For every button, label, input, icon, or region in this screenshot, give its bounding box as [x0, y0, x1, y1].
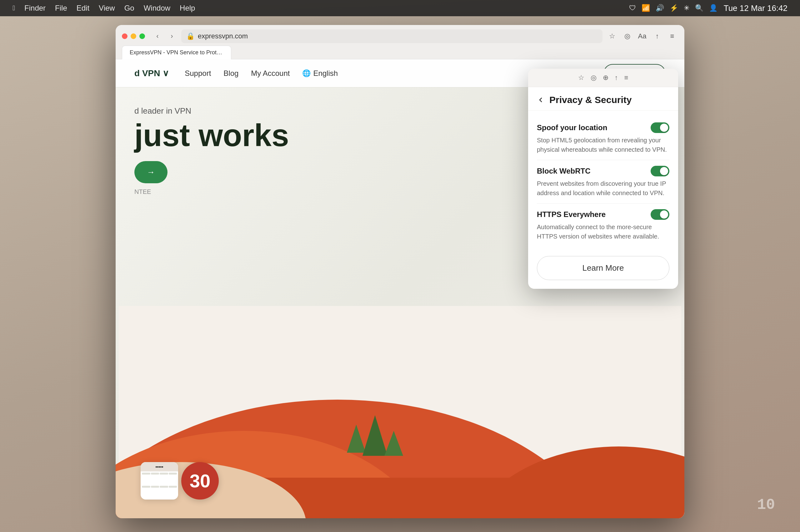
menubar-datetime: Tue 12 Mar 16:42: [724, 3, 787, 13]
block-webrtc-label: Block WebRTC: [537, 167, 590, 175]
page-content: d VPN ∨ Support Blog My Account 🌐 Englis…: [116, 59, 684, 518]
panel-star-icon[interactable]: ☆: [578, 74, 584, 82]
search-icon[interactable]: 🔍: [695, 4, 704, 12]
nav-language-label: English: [313, 69, 338, 78]
vpn-shield-icon: 🛡: [629, 4, 636, 12]
minimize-window-button[interactable]: [131, 33, 136, 39]
menubar-help[interactable]: Help: [180, 4, 195, 13]
pocket-button[interactable]: ◎: [621, 30, 633, 42]
block-webrtc-row: Block WebRTC: [537, 166, 669, 176]
browser-forward-button[interactable]: ›: [166, 31, 178, 42]
spoof-location-row: Spoof your location: [537, 122, 669, 133]
tabs-row: ExpressVPN - VPN Service to Protect...: [116, 43, 684, 59]
panel-header: Privacy & Security: [528, 87, 678, 111]
wifi-icon: 📶: [641, 4, 650, 12]
vpn-try-button[interactable]: →: [134, 161, 167, 183]
spoof-location-toggle[interactable]: [651, 122, 669, 133]
browser-nav-icons: ‹ ›: [152, 31, 178, 42]
share-button[interactable]: ↑: [651, 30, 663, 42]
menubar-window[interactable]: Window: [144, 4, 170, 13]
cal-cell: [151, 486, 159, 488]
vpn-hero-title: just works: [134, 119, 289, 152]
https-everywhere-toggle[interactable]: [651, 209, 669, 220]
vpn-guarantee-text: NTEE: [134, 188, 289, 195]
calendar-day-badge: 30: [181, 462, 219, 499]
panel-share-icon[interactable]: ↑: [615, 74, 618, 82]
apple-menu-icon[interactable]: : [13, 4, 15, 12]
arrow-right-icon: →: [147, 167, 155, 177]
bookmark-button[interactable]: ☆: [606, 30, 618, 42]
cal-cell: [142, 486, 150, 488]
panel-pocket-icon[interactable]: ◎: [590, 74, 597, 82]
browser-back-button[interactable]: ‹: [152, 31, 163, 42]
back-arrow-icon: [537, 96, 544, 104]
calendar-day-number: 30: [190, 470, 211, 492]
panel-settings: Spoof your location Stop HTML5 geolocati…: [528, 111, 678, 253]
address-bar[interactable]: 🔒 expressvpn.com: [181, 29, 602, 43]
watermark-text: 10: [757, 496, 775, 513]
globe-icon: 🌐: [302, 69, 311, 77]
watermark: 10: [757, 496, 775, 513]
https-everywhere-row: HTTPS Everywhere: [537, 209, 669, 220]
menubar-edit[interactable]: Edit: [76, 4, 89, 13]
user-icon[interactable]: 👤: [709, 4, 717, 12]
nav-my-account[interactable]: My Account: [251, 69, 290, 78]
browser-window: ‹ › 🔒 expressvpn.com ☆ ◎ Aa ↑ ≡ ExpressV…: [116, 25, 684, 518]
browser-tab[interactable]: ExpressVPN - VPN Service to Protect...: [122, 45, 231, 59]
vpn-nav-items: Support Blog My Account 🌐 English: [185, 69, 338, 78]
calendar-header: ▪▪▪▪▪: [141, 462, 178, 471]
menubar-status-icons: 🛡 📶 🔊 ⚡ ✳ 🔍 👤: [629, 4, 717, 12]
reader-button[interactable]: Aa: [636, 30, 648, 42]
nav-support[interactable]: Support: [185, 69, 211, 78]
panel-dropdown-indicator: ⌄: [667, 69, 674, 70]
block-webrtc-setting: Block WebRTC Prevent websites from disco…: [537, 160, 669, 204]
panel-browser-bar: ☆ ◎ ⊕ ↑ ≡: [528, 69, 678, 87]
cal-cell: [169, 473, 177, 475]
close-window-button[interactable]: [122, 33, 127, 39]
privacy-security-panel: ⌄ ☆ ◎ ⊕ ↑ ≡ Privacy & Security: [528, 69, 678, 289]
menubar-file[interactable]: File: [55, 4, 67, 13]
browser-toolbar: ‹ › 🔒 expressvpn.com ☆ ◎ Aa ↑ ≡: [116, 25, 684, 43]
bluetooth-icon: ✳: [684, 4, 689, 12]
calendar-icon: ▪▪▪▪▪: [141, 462, 178, 499]
hamburger-button[interactable]: ≡: [666, 30, 678, 42]
cal-cell: [142, 473, 150, 475]
browser-chrome: ‹ › 🔒 expressvpn.com ☆ ◎ Aa ↑ ≡ ExpressV…: [116, 25, 684, 59]
menubar:  Finder File Edit View Go Window Help 🛡…: [0, 0, 800, 16]
spoof-location-setting: Spoof your location Stop HTML5 geolocati…: [537, 117, 669, 160]
cal-cell: [160, 473, 168, 475]
battery-icon: ⚡: [670, 4, 678, 12]
vpn-hero-text: d leader in VPN just works → NTEE: [134, 106, 289, 195]
tab-title: ExpressVPN - VPN Service to Protect...: [130, 49, 223, 56]
nav-language[interactable]: 🌐 English: [302, 69, 338, 78]
menubar-finder[interactable]: Finder: [24, 4, 46, 13]
window-controls: [122, 33, 145, 39]
calendar-grid: [141, 471, 178, 499]
panel-screenshot-icon[interactable]: ⊕: [603, 74, 608, 82]
panel-title: Privacy & Security: [549, 95, 632, 105]
vpn-calendar: ▪▪▪▪▪ 30: [141, 462, 219, 499]
menubar-left:  Finder File Edit View Go Window Help: [13, 4, 195, 13]
address-text[interactable]: expressvpn.com: [198, 32, 248, 40]
sound-icon: 🔊: [656, 4, 664, 12]
learn-more-button[interactable]: Learn More: [537, 256, 669, 280]
cal-cell: [169, 486, 177, 488]
menubar-view[interactable]: View: [99, 4, 115, 13]
vpn-hero-subtitle: d leader in VPN: [134, 106, 289, 116]
address-lock-icon: 🔒: [186, 32, 195, 40]
cal-cell: [160, 486, 168, 488]
https-everywhere-setting: HTTPS Everywhere Automatically connect t…: [537, 204, 669, 247]
menubar-right: 🛡 📶 🔊 ⚡ ✳ 🔍 👤 Tue 12 Mar 16:42: [629, 3, 787, 13]
panel-back-button[interactable]: [537, 96, 544, 104]
nav-blog[interactable]: Blog: [223, 69, 238, 78]
cal-cell: [151, 473, 159, 475]
spoof-location-label: Spoof your location: [537, 123, 607, 132]
block-webrtc-desc: Prevent websites from discovering your t…: [537, 179, 669, 197]
https-everywhere-desc: Automatically connect to the more-secure…: [537, 222, 669, 241]
block-webrtc-toggle[interactable]: [651, 166, 669, 176]
https-everywhere-label: HTTPS Everywhere: [537, 210, 606, 219]
maximize-window-button[interactable]: [139, 33, 145, 39]
panel-menu-icon[interactable]: ≡: [624, 74, 629, 82]
menubar-go[interactable]: Go: [124, 4, 134, 13]
vpn-logo[interactable]: d VPN ∨: [134, 68, 169, 78]
